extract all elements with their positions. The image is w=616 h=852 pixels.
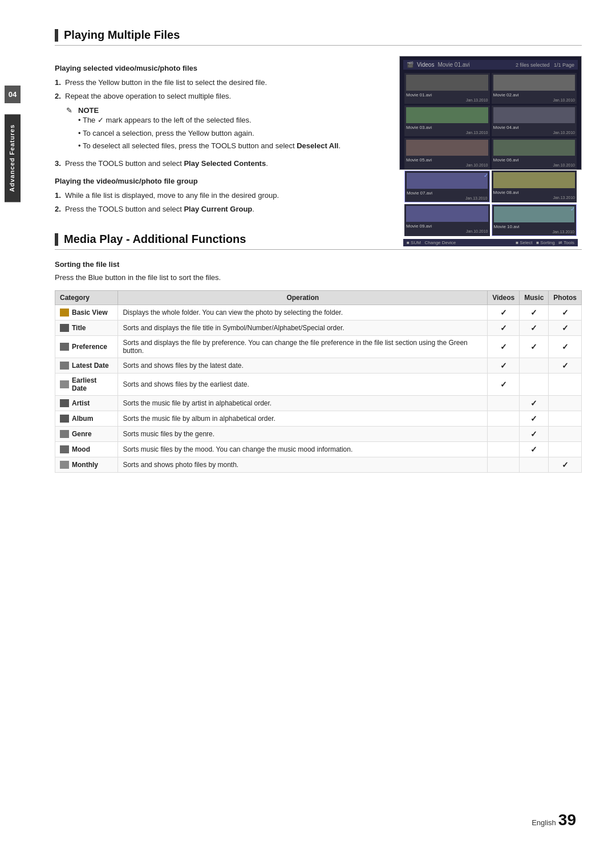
scr-checkmark: ✓ [570, 206, 575, 212]
pho-latest-date: ✓ [549, 358, 582, 373]
svg-rect-2 [60, 343, 69, 351]
mus-earliest-date [520, 373, 549, 395]
chapter-number: 04 [5, 86, 21, 103]
pho-title: ✓ [549, 320, 582, 335]
svg-rect-8 [60, 445, 69, 453]
cat-mood: Mood [55, 441, 118, 457]
cat-latest-date: Latest Date [55, 358, 118, 373]
cat-icon-monthly [60, 461, 69, 469]
cat-monthly: Monthly [55, 457, 118, 472]
col-photos: Photos [549, 290, 582, 305]
section2-bar [55, 233, 58, 246]
note-label: NOTE [78, 106, 99, 115]
table-row: Earliest Date Sorts and shows files by t… [55, 373, 582, 395]
table-row: Genre Sorts music files by the genre. ✓ [55, 426, 582, 441]
op-mood: Sorts music files by the mood. You can c… [118, 441, 488, 457]
cat-icon-earliestdate [60, 380, 69, 388]
scr-item: Movie 05.avi Jan.10.2010 [404, 138, 490, 169]
vid-mood [488, 441, 520, 457]
col-operation: Operation [118, 290, 488, 305]
cat-earliest-date: Earliest Date [55, 373, 118, 395]
mus-preference: ✓ [520, 335, 549, 358]
pho-monthly: ✓ [549, 457, 582, 472]
mus-mood: ✓ [520, 441, 549, 457]
svg-rect-4 [60, 380, 69, 388]
mus-artist: ✓ [520, 395, 549, 411]
col-category: Category [55, 290, 118, 305]
section1-heading: Playing Multiple Files [55, 29, 582, 46]
note-item-3: To deselect all selected files, press th… [78, 140, 341, 152]
section1-content-row: Playing selected video/music/photo files… [55, 56, 582, 217]
mus-basic-view: ✓ [520, 305, 549, 320]
cat-icon-latestdate [60, 362, 69, 370]
table-row: Title Sorts and displays the file title … [55, 320, 582, 335]
vid-basic-view: ✓ [488, 305, 520, 320]
scr-item: Movie 03.avi Jan.13.2010 [404, 106, 490, 136]
vid-title: ✓ [488, 320, 520, 335]
cat-genre: Genre [55, 426, 118, 441]
step-1-3: 3. Press the TOOLS button and select Pla… [55, 158, 382, 169]
pho-basic-view: ✓ [549, 305, 582, 320]
scr-thumb [406, 206, 488, 222]
note-block: ✎ NOTE The ✓ mark appears to the left of… [66, 106, 382, 153]
pho-artist [549, 395, 582, 411]
pho-preference: ✓ [549, 335, 582, 358]
cat-icon-basic-view [60, 309, 69, 317]
scr-thumb [493, 140, 576, 156]
scr-footer: ■ SUM Change Device ■ Select ■ Sorting ⇌… [403, 239, 578, 246]
note-icon: ✎ [66, 106, 72, 115]
note-items: The ✓ mark appears to the left of the se… [78, 115, 341, 152]
op-title: Sorts and displays the file title in Sym… [118, 320, 488, 335]
op-earliest-date: Sorts and shows files by the earliest da… [118, 373, 488, 395]
cat-basic-view: Basic View [55, 305, 118, 320]
cat-album: Album [55, 411, 118, 426]
scr-checkmark: ✓ [484, 172, 488, 178]
svg-rect-0 [60, 309, 69, 317]
side-tab: 04 Advanced Features [0, 0, 21, 852]
svg-rect-6 [60, 415, 69, 423]
subsection2-steps: 1. While a file list is displayed, move … [55, 190, 382, 214]
mus-monthly [520, 457, 549, 472]
table-row: Preference Sorts and displays the file b… [55, 335, 582, 358]
table-row: Basic View Displays the whole folder. Yo… [55, 305, 582, 320]
scr-footer-right: ■ Select ■ Sorting ⇌ Tools [516, 240, 574, 245]
scr-item: Movie 02.avi Jan.10.2010 [492, 73, 577, 104]
section1-text-block: Playing selected video/music/photo files… [55, 56, 382, 217]
svg-rect-5 [60, 399, 69, 407]
svg-rect-1 [60, 324, 69, 332]
cat-icon-title [60, 324, 69, 332]
scr-item: Movie 08.avi Jan.13.2010 [492, 171, 577, 202]
vid-genre [488, 426, 520, 441]
scr-thumb [493, 75, 576, 91]
scr-header: 🎬 Videos Movie 01.avi 2 files selected 1… [403, 60, 578, 70]
main-content: Playing Multiple Files Playing selected … [21, 0, 616, 852]
sorting-desc: Press the Blue button in the file list t… [55, 272, 582, 283]
cat-icon-artist [60, 399, 69, 407]
scr-item: Movie 09.avi Jan.10.2010 [404, 204, 490, 236]
subsection1-title: Playing selected video/music/photo files [55, 64, 382, 72]
note-item-2: To cancel a selection, press the Yellow … [78, 128, 341, 139]
vid-monthly [488, 457, 520, 472]
scr-item-selected: ✓ Movie 07.avi Jan.13.2010 [404, 171, 490, 202]
col-music: Music [520, 290, 549, 305]
svg-rect-3 [60, 362, 69, 370]
scr-thumb [407, 173, 488, 189]
mus-latest-date [520, 358, 549, 373]
footer-english: English [532, 818, 556, 827]
vid-artist [488, 395, 520, 411]
section1-title: Playing Multiple Files [64, 29, 180, 42]
scr-thumb [406, 140, 488, 156]
scr-thumb [406, 107, 488, 123]
op-album: Sorts the music file by album in alphabe… [118, 411, 488, 426]
scr-header-title: Videos [417, 62, 434, 68]
cat-title: Title [55, 320, 118, 335]
pho-album [549, 411, 582, 426]
sorting-title: Sorting the file list [55, 260, 582, 269]
page-footer: English 39 [532, 811, 576, 829]
scr-page-info: 2 files selected 1/1 Page [516, 62, 574, 68]
scr-thumb [406, 75, 488, 91]
scr-item: Movie 01.avi Jan.13.2010 [404, 73, 490, 104]
op-preference: Sorts and displays the file by preferenc… [118, 335, 488, 358]
table-row: Mood Sorts music files by the mood. You … [55, 441, 582, 457]
cat-icon-genre [60, 430, 69, 438]
